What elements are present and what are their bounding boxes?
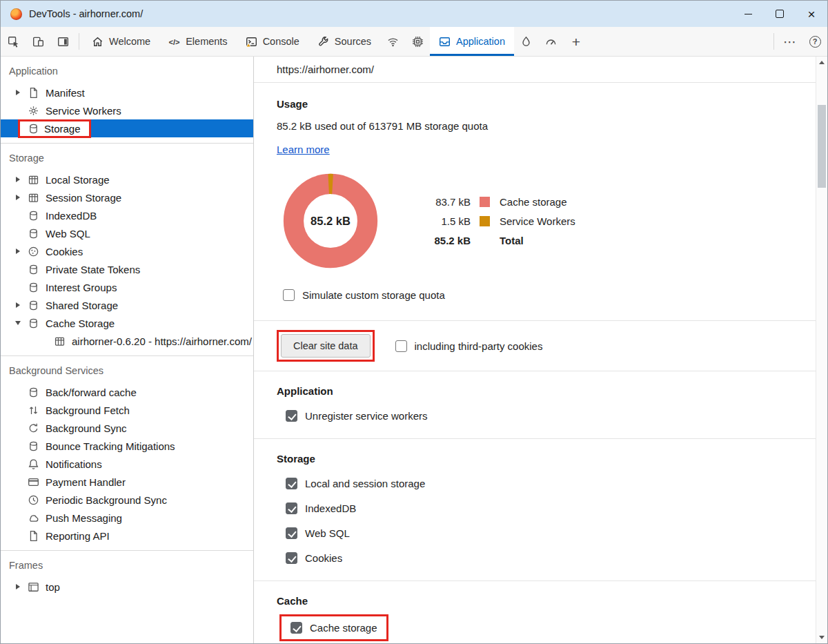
sidebar-item-bounce-tracking-mitigations[interactable]: Bounce Tracking Mitigations [1, 437, 253, 455]
sidebar-item-label: top [46, 581, 60, 593]
expand-arrow-icon[interactable] [13, 170, 23, 188]
sidebar-item-web-sql[interactable]: Web SQL [1, 224, 253, 242]
sidebar-item-airhorner-cache[interactable]: airhorner-0.6.20 - https://airhorner.com… [1, 332, 253, 350]
sidebar-item-indexeddb[interactable]: IndexedDB [1, 206, 253, 224]
sidebar-item-top-frame[interactable]: top [1, 578, 253, 596]
more-options-button[interactable]: ⋯ [778, 27, 802, 56]
tab-label: Welcome [109, 36, 150, 47]
rendering-button[interactable] [514, 27, 539, 56]
sidebar-item-local-storage[interactable]: Local Storage [1, 170, 253, 188]
maximize-button[interactable] [764, 1, 796, 27]
sidebar-item-label: Session Storage [46, 192, 121, 204]
arrows-up-down-icon [28, 404, 39, 416]
expand-arrow-icon[interactable] [13, 242, 23, 260]
checkbox-label: Local and session storage [305, 478, 425, 489]
site-favicon-icon [10, 8, 22, 20]
storage-jar-icon [28, 300, 39, 311]
tab-console[interactable]: Console [237, 27, 308, 56]
indent-spacer [13, 491, 23, 509]
local-session-storage-checkbox-row[interactable]: Local and session storage [286, 478, 799, 489]
sidebar-item-notifications[interactable]: Notifications [1, 455, 253, 473]
web-sql-checkbox[interactable] [286, 527, 297, 539]
expand-arrow-icon[interactable] [13, 578, 23, 596]
sidebar-item-service-workers[interactable]: Service Workers [1, 101, 253, 119]
simulate-quota-checkbox-row[interactable]: Simulate custom storage quota [283, 289, 799, 301]
indent-spacer [13, 527, 23, 545]
checkbox-label: Cache storage [310, 622, 377, 634]
sidebar-item-shared-storage[interactable]: Shared Storage [1, 296, 253, 314]
section-heading: Cache [277, 595, 799, 607]
sidebar-item-session-storage[interactable]: Session Storage [1, 188, 253, 206]
tab-elements[interactable]: Elements [159, 27, 236, 56]
origin-url: https://airhorner.com/ [254, 57, 816, 83]
storage-jar-icon [28, 210, 39, 222]
network-conditions-button[interactable] [380, 27, 405, 56]
network-wifi-icon [387, 36, 399, 48]
dock-side-button[interactable] [50, 27, 75, 56]
inspect-button[interactable] [1, 27, 26, 56]
indexeddb-checkbox[interactable] [286, 502, 297, 514]
sidebar-item-background-sync[interactable]: Background Sync [1, 419, 253, 437]
web-sql-checkbox-row[interactable]: Web SQL [286, 527, 799, 539]
sidebar-item-payment-handler[interactable]: Payment Handler [1, 473, 253, 491]
dock-side-icon [57, 36, 69, 48]
scroll-up-arrow[interactable] [816, 57, 827, 68]
scrollbar-thumb[interactable] [818, 105, 826, 188]
indent-spacer [13, 473, 23, 491]
sidebar-item-label: Private State Tokens [46, 264, 140, 275]
local-session-storage-checkbox[interactable] [286, 478, 297, 489]
checkbox-label: IndexedDB [305, 502, 356, 514]
indexeddb-checkbox-row[interactable]: IndexedDB [286, 502, 799, 514]
sidebar-item-interest-groups[interactable]: Interest Groups [1, 278, 253, 296]
clear-cache-section: Cache Cache storage [254, 581, 816, 643]
tab-sources[interactable]: Sources [308, 27, 380, 56]
sidebar-item-periodic-background-sync[interactable]: Periodic Background Sync [1, 491, 253, 509]
learn-more-link[interactable]: Learn more [277, 144, 330, 155]
indent-spacer [13, 455, 23, 473]
console-icon [246, 36, 257, 48]
unregister-service-workers-checkbox-row[interactable]: Unregister service workers [286, 410, 799, 422]
device-emulation-button[interactable] [26, 27, 50, 56]
scroll-down-arrow[interactable] [816, 632, 827, 643]
indent-spacer [13, 509, 23, 527]
indent-spacer [39, 332, 49, 350]
third-party-cookies-checkbox[interactable] [395, 340, 407, 352]
annotation-highlight-clear-button: Clear site data [277, 330, 375, 362]
cache-storage-checkbox[interactable] [290, 622, 302, 634]
minimize-button[interactable] [732, 1, 764, 27]
sidebar-item-manifest[interactable]: Manifest [1, 84, 253, 101]
usage-legend: 83.7 kB Cache storage 1.5 kB Service Wor… [421, 196, 575, 246]
sidebar-item-background-fetch[interactable]: Background Fetch [1, 401, 253, 419]
close-button[interactable]: × [796, 1, 827, 27]
sidebar-item-push-messaging[interactable]: Push Messaging [1, 509, 253, 527]
tab-application[interactable]: Application [430, 27, 514, 56]
legend-total-label: Total [500, 235, 575, 246]
help-button[interactable]: ? [802, 27, 827, 56]
tab-welcome[interactable]: Welcome [83, 27, 159, 56]
sidebar-item-label: Cookies [46, 246, 83, 257]
collapse-arrow-icon[interactable] [13, 314, 23, 332]
clear-application-section: Application Unregister service workers [254, 371, 816, 439]
cpu-throttling-button[interactable] [405, 27, 430, 56]
sidebar-item-label: Interest Groups [46, 282, 117, 293]
simulate-quota-checkbox[interactable] [283, 289, 295, 301]
cookies-checkbox-row[interactable]: Cookies [286, 552, 799, 564]
expand-arrow-icon[interactable] [13, 296, 23, 314]
storage-jar-icon [28, 318, 39, 329]
sidebar-item-storage[interactable]: Storage [1, 119, 253, 137]
indent-spacer [13, 401, 23, 419]
cookies-checkbox[interactable] [286, 552, 297, 564]
expand-arrow-icon[interactable] [13, 84, 23, 101]
sidebar-item-cache-storage[interactable]: Cache Storage [1, 314, 253, 332]
vertical-scrollbar[interactable] [816, 57, 827, 643]
clear-site-data-button[interactable]: Clear site data [281, 334, 371, 358]
expand-arrow-icon[interactable] [13, 188, 23, 206]
third-party-cookies-checkbox-row[interactable]: including third-party cookies [395, 340, 543, 352]
sidebar-item-reporting-api[interactable]: Reporting API [1, 527, 253, 545]
unregister-service-workers-checkbox[interactable] [286, 410, 297, 422]
more-tabs-button[interactable]: + [564, 27, 589, 56]
sidebar-item-back-forward-cache[interactable]: Back/forward cache [1, 383, 253, 401]
sidebar-item-private-state-tokens[interactable]: Private State Tokens [1, 260, 253, 278]
performance-button[interactable] [539, 27, 564, 56]
sidebar-item-cookies[interactable]: Cookies [1, 242, 253, 260]
